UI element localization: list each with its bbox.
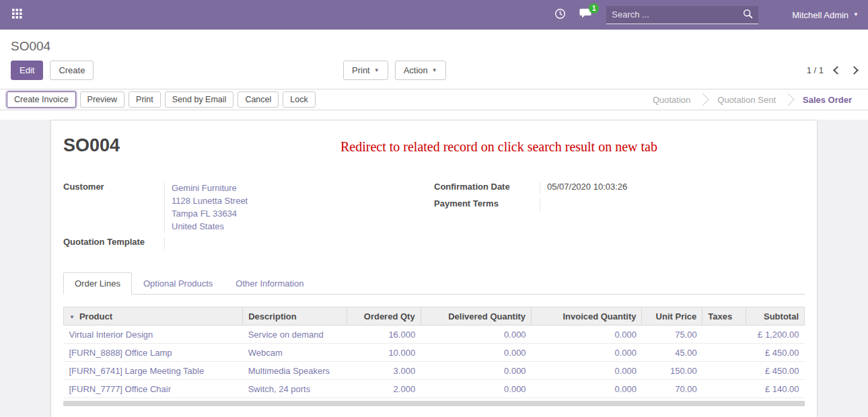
cell-unit-price[interactable]: 45.00 <box>642 344 702 362</box>
confirmation-date-label: Confirmation Date <box>434 182 540 194</box>
payment-terms-field: Payment Terms <box>434 198 805 211</box>
cell-invoiced-qty[interactable]: 0.000 <box>532 380 642 398</box>
right-field-group: Confirmation Date 05/07/2020 10:03:26 Pa… <box>434 182 805 254</box>
cell-subtotal[interactable]: £ 450.00 <box>746 362 805 380</box>
customer-street: 1128 Lunetta Street <box>172 194 434 207</box>
order-line-row[interactable]: [FURN_7777] Office Chair Switch, 24 port… <box>64 380 805 398</box>
top-navbar: 1 Mitchell Admin ▼ <box>0 0 868 30</box>
customer-field: Customer Gemini Furniture 1128 Lunetta S… <box>63 182 434 233</box>
pager-count[interactable]: 1 / 1 <box>807 65 824 75</box>
cell-product[interactable]: [FURN_7777] Office Chair <box>64 380 243 398</box>
apps-grid-icon <box>12 9 22 21</box>
cell-unit-price[interactable]: 75.00 <box>642 326 702 344</box>
cell-delivered-qty[interactable]: 0.000 <box>421 380 531 398</box>
customer-country: United States <box>172 220 434 233</box>
field-groups: Customer Gemini Furniture 1128 Lunetta S… <box>63 182 805 254</box>
lock-button[interactable]: Lock <box>283 91 315 108</box>
header-ordered-qty[interactable]: Ordered Qty <box>347 307 421 326</box>
tab-other-information[interactable]: Other Information <box>224 272 315 295</box>
print-button[interactable]: Print <box>129 91 161 108</box>
action-dropdown-label: Action <box>404 65 428 75</box>
quotation-template-label: Quotation Template <box>63 237 164 250</box>
print-dropdown-button[interactable]: Print ▼ <box>343 61 388 80</box>
caret-down-icon: ▼ <box>374 68 379 73</box>
messages-menu-button[interactable]: 1 <box>579 8 593 22</box>
cell-description[interactable]: Switch, 24 ports <box>243 380 347 398</box>
header-delivered-qty[interactable]: Delivered Quantity <box>421 307 531 326</box>
header-invoiced-qty[interactable]: Invoiced Quantity <box>532 307 642 326</box>
breadcrumb-row: SO004 <box>0 30 868 56</box>
clock-icon <box>554 8 566 22</box>
confirmation-date-field: Confirmation Date 05/07/2020 10:03:26 <box>434 182 805 194</box>
order-line-row[interactable]: [FURN_8888] Office Lamp Webcam 10.000 0.… <box>64 344 805 362</box>
cell-subtotal[interactable]: £ 1,200.00 <box>746 326 805 344</box>
action-dropdown-button[interactable]: Action ▼ <box>395 61 446 80</box>
cell-invoiced-qty[interactable]: 0.000 <box>532 362 642 380</box>
create-button[interactable]: Create <box>50 61 94 80</box>
cell-taxes[interactable] <box>702 344 746 362</box>
table-header-row: ▼Product Description Ordered Qty Deliver… <box>64 307 805 326</box>
header-subtotal[interactable]: Subtotal <box>746 307 805 326</box>
header-product[interactable]: ▼Product <box>64 307 243 326</box>
customer-city: Tampa FL 33634 <box>172 207 434 220</box>
apps-menu-button[interactable] <box>9 6 25 24</box>
pager-next-button[interactable] <box>850 66 859 75</box>
activities-menu-button[interactable] <box>554 8 566 22</box>
cell-product[interactable]: [FURN_8888] Office Lamp <box>64 344 243 362</box>
left-field-group: Customer Gemini Furniture 1128 Lunetta S… <box>63 182 434 254</box>
cell-product[interactable]: [FURN_6741] Large Meeting Table <box>64 362 243 380</box>
cell-taxes[interactable] <box>702 326 746 344</box>
messages-count-badge: 1 <box>589 3 599 13</box>
tab-order-lines[interactable]: Order Lines <box>63 272 132 295</box>
cell-description[interactable]: Multimedia Speakers <box>243 362 347 380</box>
cell-subtotal[interactable]: £ 140.00 <box>746 380 805 398</box>
order-line-row[interactable]: Virtual Interior Design Service on deman… <box>64 326 805 344</box>
tab-optional-products[interactable]: Optional Products <box>132 272 224 295</box>
cell-delivered-qty[interactable]: 0.000 <box>421 326 531 344</box>
cell-unit-price[interactable]: 70.00 <box>642 380 702 398</box>
cell-invoiced-qty[interactable]: 0.000 <box>532 326 642 344</box>
cell-invoiced-qty[interactable]: 0.000 <box>532 344 642 362</box>
cell-ordered-qty[interactable]: 2.000 <box>347 380 421 398</box>
header-unit-price[interactable]: Unit Price <box>642 307 702 326</box>
caret-down-icon: ▼ <box>432 68 437 73</box>
global-search-box[interactable] <box>606 6 758 24</box>
cell-product[interactable]: Virtual Interior Design <box>64 326 243 344</box>
cell-subtotal[interactable]: £ 450.00 <box>746 344 805 362</box>
header-taxes[interactable]: Taxes <box>702 307 746 326</box>
edit-button[interactable]: Edit <box>11 61 43 80</box>
quotation-template-value <box>164 237 434 250</box>
preview-button[interactable]: Preview <box>80 91 124 108</box>
chevron-down-icon: ▼ <box>853 12 859 17</box>
annotation-text: Redirect to related record on click sear… <box>340 139 657 155</box>
cell-unit-price[interactable]: 150.00 <box>642 362 702 380</box>
search-input[interactable] <box>612 9 743 20</box>
send-by-email-button[interactable]: Send by Email <box>165 91 234 108</box>
cancel-button[interactable]: Cancel <box>238 91 279 108</box>
stage-sales-order[interactable]: Sales Order <box>792 89 868 110</box>
quotation-template-field: Quotation Template <box>63 237 434 250</box>
cell-ordered-qty[interactable]: 16.000 <box>347 326 421 344</box>
status-stages: Quotation Quotation Sent Sales Order <box>642 89 868 110</box>
cell-ordered-qty[interactable]: 10.000 <box>347 344 421 362</box>
stage-quotation[interactable]: Quotation <box>642 89 707 110</box>
cell-delivered-qty[interactable]: 0.000 <box>421 344 531 362</box>
cell-ordered-qty[interactable]: 3.000 <box>347 362 421 380</box>
user-menu[interactable]: Mitchell Admin ▼ <box>772 7 859 23</box>
cell-taxes[interactable] <box>702 380 746 398</box>
cell-description[interactable]: Service on demand <box>243 326 347 344</box>
print-dropdown-label: Print <box>352 65 370 75</box>
header-description[interactable]: Description <box>243 307 347 326</box>
create-invoice-button[interactable]: Create Invoice <box>7 91 76 108</box>
cell-taxes[interactable] <box>702 362 746 380</box>
horizontal-scrollbar[interactable] <box>63 401 805 406</box>
avatar <box>772 7 787 23</box>
search-icon[interactable] <box>743 9 753 21</box>
customer-value[interactable]: Gemini Furniture 1128 Lunetta Street Tam… <box>164 182 434 233</box>
pager-previous-button[interactable] <box>833 66 842 75</box>
cell-delivered-qty[interactable]: 0.000 <box>421 362 531 380</box>
cell-description[interactable]: Webcam <box>243 344 347 362</box>
control-panel: Edit Create Print ▼ Action ▼ 1 / 1 <box>0 56 868 89</box>
order-line-row[interactable]: [FURN_6741] Large Meeting Table Multimed… <box>64 362 805 380</box>
stage-quotation-sent[interactable]: Quotation Sent <box>707 89 792 110</box>
